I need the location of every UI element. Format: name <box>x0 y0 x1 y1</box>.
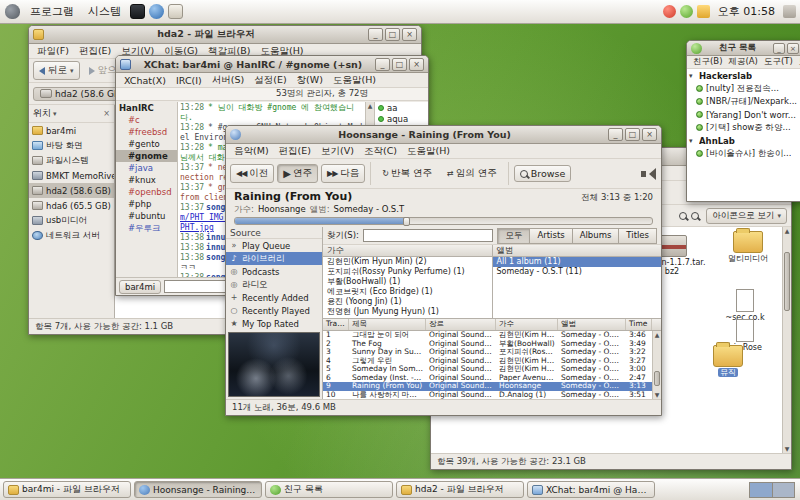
menu-item[interactable]: 조작(C) <box>359 145 402 158</box>
gnome-menu-icon[interactable] <box>5 4 20 19</box>
back-button[interactable]: 뒤로 ▾ <box>33 61 80 80</box>
file-item[interactable]: 뮤직 <box>693 345 763 377</box>
album-row[interactable]: All 1 album (11) <box>493 257 662 267</box>
volume-tray-icon[interactable] <box>783 5 796 18</box>
channel-item[interactable]: #ubuntu <box>116 210 177 222</box>
taskbar-item[interactable]: 친구 목록 <box>265 481 393 498</box>
minimize-button[interactable]: _ <box>375 58 390 71</box>
scroll-track[interactable] <box>783 235 791 445</box>
place-item[interactable]: usb미디어 <box>29 213 114 228</box>
menu-item[interactable]: 편집(E) <box>274 145 316 158</box>
menu-item[interactable]: 도움말(H) <box>328 74 381 87</box>
file-item[interactable]: 멀티미디어 <box>713 231 782 263</box>
column-header[interactable]: 가수 <box>496 319 558 330</box>
buddy-row[interactable]: ▾ [nulty] 전용접속... <box>687 82 800 95</box>
workspace-switcher[interactable] <box>749 482 795 498</box>
buddy-row[interactable]: ▾ [기택] show중 하양... <box>687 121 800 134</box>
channel-item[interactable]: #gnome <box>116 150 177 162</box>
album-row[interactable]: Someday - O.S.T (11) <box>493 267 662 277</box>
menu-item[interactable]: XChat(X) <box>119 75 171 86</box>
taskbar-item[interactable]: bar4mi - 파일 브라우저 <box>3 481 131 498</box>
place-item[interactable]: hda6 (65.5 GB) <box>29 198 114 213</box>
channel-item[interactable]: #우루크 <box>116 222 177 234</box>
channel-item[interactable]: #freebsd <box>116 126 177 138</box>
album-name[interactable]: Someday - O.S.T <box>334 204 405 216</box>
user-item[interactable]: aa <box>375 102 428 113</box>
filter-button[interactable]: 모두 <box>497 228 530 244</box>
artist-row[interactable]: 용진 (Yoong Jin) (1) <box>323 297 492 307</box>
scroll-track[interactable] <box>653 339 661 391</box>
scroll-up-icon[interactable]: ▲ <box>783 227 791 235</box>
column-header[interactable]: 제목 <box>349 319 426 330</box>
update-tray-icon[interactable] <box>697 5 710 18</box>
buddy-row[interactable]: ▾ [NBR/규태]/Nexpark... <box>687 95 800 108</box>
titlebar[interactable]: 친구 목록 _ × <box>687 41 800 56</box>
close-button[interactable]: × <box>642 128 657 141</box>
previous-button[interactable]: ◀◀ 이전 <box>230 164 274 183</box>
channel-item[interactable]: #knux <box>116 174 177 186</box>
channel-item[interactable]: #gento <box>116 138 177 150</box>
scrollbar[interactable]: ▲ ▼ <box>782 227 791 453</box>
shuffle-button[interactable]: ⇄ 임의 연주 <box>441 164 503 183</box>
source-item[interactable]: ○ Recently Played <box>226 304 322 317</box>
table-scrollbar[interactable]: ▲ ▼ <box>652 331 661 399</box>
minimize-button[interactable]: _ <box>773 43 785 54</box>
clock[interactable]: 오후 01:58 <box>713 4 780 19</box>
source-item[interactable]: ★ My Top Rated <box>226 317 322 330</box>
close-button[interactable]: × <box>409 58 424 71</box>
track-row[interactable]: 2 The Fog Original Sound T... 부활(BooHwal… <box>323 340 652 349</box>
artist-pane-header[interactable]: 가수 <box>323 245 492 257</box>
taskbar-item[interactable]: hda2 - 파일 브라우저 <box>396 481 524 498</box>
track-row[interactable]: 3 Sunny Day in Sunny... Original Sound T… <box>323 348 652 357</box>
titlebar[interactable]: Hoonsange - Raining (From You) _ □ × <box>226 126 661 144</box>
column-header[interactable]: Track <box>323 319 349 330</box>
seek-slider[interactable] <box>234 217 653 225</box>
place-item[interactable]: bar4mi <box>29 123 114 138</box>
menu-item[interactable]: 보기(V) <box>316 145 359 158</box>
column-header[interactable]: 앨범 <box>558 319 626 330</box>
scroll-up-icon[interactable]: ▲ <box>653 331 661 339</box>
source-item[interactable]: + Recently Added <box>226 291 322 304</box>
scroll-down-icon[interactable]: ▼ <box>783 445 791 453</box>
nick-button[interactable]: bar4mi <box>119 280 161 294</box>
minimize-button[interactable]: _ <box>608 128 623 141</box>
search-input[interactable] <box>363 229 494 242</box>
menu-item[interactable]: 설정(E) <box>249 74 291 87</box>
artist-name[interactable]: Hoonsange <box>258 204 306 216</box>
menu-item[interactable]: 도움말(H) <box>796 56 800 68</box>
system-menu[interactable]: 시스템 <box>82 2 127 21</box>
album-pane-header[interactable]: 앨범 <box>493 245 662 257</box>
zoom-out-icon[interactable] <box>679 212 687 220</box>
user-item[interactable]: aqua <box>375 113 428 124</box>
menu-item[interactable]: 제공(A) <box>725 56 760 68</box>
maximize-button[interactable]: □ <box>625 128 640 141</box>
source-item[interactable]: ◎ 라디오 <box>226 278 322 291</box>
buddy-row[interactable]: ▾ Hackerslab <box>687 69 800 82</box>
track-row[interactable]: 6 Someday (Inst. - Mel... Original Sound… <box>323 374 652 383</box>
close-button[interactable]: × <box>787 43 799 54</box>
column-header[interactable]: Time <box>626 319 652 330</box>
artist-row[interactable]: 포지피쉬(Rossy Punky Perfume) (1) <box>323 267 492 277</box>
track-row[interactable]: 9 Raining (From You) Original Sound T...… <box>323 382 652 391</box>
browser-launcher-icon[interactable] <box>149 4 164 19</box>
buddy-row[interactable]: ▾ AhnLab <box>687 134 800 147</box>
view-mode-dropdown[interactable]: 아이콘으로 보기 ▾ <box>706 208 787 224</box>
scroll-down-icon[interactable]: ▼ <box>653 391 661 399</box>
place-item[interactable]: 바탕 화면 <box>29 138 114 153</box>
channel-item[interactable]: #c <box>116 114 177 126</box>
taskbar-item[interactable]: Hoonsange - Raining ... <box>134 481 262 498</box>
back-dropdown-icon[interactable]: ▾ <box>70 67 74 75</box>
workspace-1[interactable] <box>750 483 772 497</box>
place-item[interactable]: 파일시스템 <box>29 153 114 168</box>
channel-item[interactable]: #php <box>116 198 177 210</box>
maximize-button[interactable]: □ <box>385 28 400 41</box>
artist-row[interactable]: 에코브릿지 (Eco Bridge) (1) <box>323 287 492 297</box>
menu-item[interactable]: 음악(M) <box>229 145 274 158</box>
column-header[interactable]: 장르 <box>426 319 496 330</box>
source-item[interactable]: ♪ 라이브러리 <box>226 252 322 265</box>
places-header[interactable]: 위치 ▾ × <box>29 105 114 123</box>
track-row[interactable]: 10 나를 사랑하지 마세요 Original Sound T... D.Ana… <box>323 391 652 400</box>
menu-item[interactable]: 친구(B) <box>690 56 725 68</box>
applications-menu[interactable]: 프로그램 <box>24 2 80 21</box>
menu-item[interactable]: IRC(I) <box>171 75 207 86</box>
